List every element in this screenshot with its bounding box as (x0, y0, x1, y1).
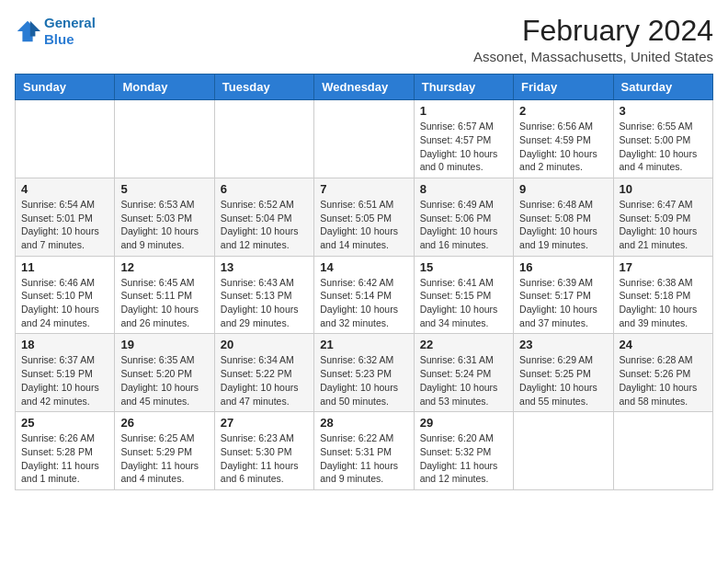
day-detail: Sunrise: 6:45 AM Sunset: 5:11 PM Dayligh… (120, 276, 208, 330)
day-number: 20 (221, 338, 308, 351)
header: General Blue February 2024 Assonet, Mass… (15, 15, 713, 64)
day-number: 10 (620, 182, 707, 196)
day-number: 13 (221, 260, 308, 274)
day-number: 6 (221, 182, 308, 196)
day-detail: Sunrise: 6:56 AM Sunset: 4:59 PM Dayligh… (519, 120, 607, 174)
day-detail: Sunrise: 6:39 AM Sunset: 5:17 PM Dayligh… (519, 276, 607, 330)
calendar-cell: 18Sunrise: 6:37 AM Sunset: 5:19 PM Dayli… (16, 334, 115, 412)
day-number: 8 (420, 182, 507, 196)
day-number: 29 (420, 416, 507, 430)
day-detail: Sunrise: 6:32 AM Sunset: 5:23 PM Dayligh… (320, 353, 407, 408)
calendar-cell: 19Sunrise: 6:35 AM Sunset: 5:20 PM Dayli… (115, 334, 214, 412)
day-number: 23 (519, 338, 607, 351)
calendar-cell: 5Sunrise: 6:53 AM Sunset: 5:03 PM Daylig… (115, 178, 214, 256)
logo-icon (15, 18, 40, 44)
calendar-cell: 9Sunrise: 6:48 AM Sunset: 5:08 PM Daylig… (514, 178, 613, 256)
calendar-cell: 23Sunrise: 6:29 AM Sunset: 5:25 PM Dayli… (514, 334, 613, 412)
day-number: 16 (519, 260, 607, 274)
calendar-week-row: 18Sunrise: 6:37 AM Sunset: 5:19 PM Dayli… (16, 334, 713, 412)
calendar-cell: 27Sunrise: 6:23 AM Sunset: 5:30 PM Dayli… (214, 412, 313, 490)
day-number: 21 (320, 338, 407, 351)
weekday-header: Tuesday (214, 75, 313, 100)
day-detail: Sunrise: 6:47 AM Sunset: 5:09 PM Dayligh… (620, 198, 707, 252)
calendar-cell: 3Sunrise: 6:55 AM Sunset: 5:00 PM Daylig… (613, 100, 712, 178)
day-detail: Sunrise: 6:48 AM Sunset: 5:08 PM Dayligh… (519, 198, 607, 252)
calendar-cell: 24Sunrise: 6:28 AM Sunset: 5:26 PM Dayli… (613, 334, 712, 412)
day-number: 1 (420, 104, 507, 118)
calendar-cell: 17Sunrise: 6:38 AM Sunset: 5:18 PM Dayli… (613, 256, 712, 334)
title-area: February 2024 Assonet, Massachusetts, Un… (473, 15, 713, 64)
day-detail: Sunrise: 6:43 AM Sunset: 5:13 PM Dayligh… (221, 276, 308, 330)
day-number: 19 (120, 338, 208, 351)
weekday-header: Saturday (613, 75, 712, 100)
day-detail: Sunrise: 6:25 AM Sunset: 5:29 PM Dayligh… (120, 431, 208, 486)
day-number: 5 (120, 182, 208, 196)
calendar-cell (214, 100, 313, 178)
day-detail: Sunrise: 6:51 AM Sunset: 5:05 PM Dayligh… (320, 198, 407, 252)
weekday-header: Monday (115, 75, 214, 100)
day-number: 3 (620, 104, 707, 118)
calendar-cell (613, 412, 712, 490)
page-subtitle: Assonet, Massachusetts, United States (473, 49, 713, 64)
calendar-cell: 12Sunrise: 6:45 AM Sunset: 5:11 PM Dayli… (115, 256, 214, 334)
calendar-week-row: 25Sunrise: 6:26 AM Sunset: 5:28 PM Dayli… (16, 412, 713, 490)
calendar-cell: 2Sunrise: 6:56 AM Sunset: 4:59 PM Daylig… (514, 100, 613, 178)
day-number: 28 (320, 416, 407, 430)
weekday-header: Wednesday (314, 75, 414, 100)
day-number: 9 (519, 182, 607, 196)
day-detail: Sunrise: 6:54 AM Sunset: 5:01 PM Dayligh… (21, 198, 108, 252)
calendar-week-row: 11Sunrise: 6:46 AM Sunset: 5:10 PM Dayli… (16, 256, 713, 334)
calendar-cell: 26Sunrise: 6:25 AM Sunset: 5:29 PM Dayli… (115, 412, 214, 490)
day-detail: Sunrise: 6:31 AM Sunset: 5:24 PM Dayligh… (420, 353, 507, 408)
calendar-cell: 20Sunrise: 6:34 AM Sunset: 5:22 PM Dayli… (214, 334, 313, 412)
day-detail: Sunrise: 6:26 AM Sunset: 5:28 PM Dayligh… (21, 431, 108, 486)
calendar-cell: 11Sunrise: 6:46 AM Sunset: 5:10 PM Dayli… (16, 256, 115, 334)
day-detail: Sunrise: 6:42 AM Sunset: 5:14 PM Dayligh… (320, 276, 407, 330)
day-detail: Sunrise: 6:28 AM Sunset: 5:26 PM Dayligh… (620, 353, 707, 408)
day-number: 15 (420, 260, 507, 274)
page-title: February 2024 (473, 15, 713, 47)
calendar-cell: 4Sunrise: 6:54 AM Sunset: 5:01 PM Daylig… (16, 178, 115, 256)
day-detail: Sunrise: 6:57 AM Sunset: 4:57 PM Dayligh… (420, 120, 507, 174)
calendar-cell: 14Sunrise: 6:42 AM Sunset: 5:14 PM Dayli… (314, 256, 414, 334)
calendar-cell (314, 100, 414, 178)
day-detail: Sunrise: 6:35 AM Sunset: 5:20 PM Dayligh… (120, 353, 208, 408)
day-number: 24 (620, 338, 707, 351)
day-number: 14 (320, 260, 407, 274)
day-number: 11 (21, 260, 108, 274)
logo-text: General Blue (44, 15, 96, 48)
day-detail: Sunrise: 6:55 AM Sunset: 5:00 PM Dayligh… (620, 120, 707, 174)
calendar-cell: 22Sunrise: 6:31 AM Sunset: 5:24 PM Dayli… (414, 334, 513, 412)
svg-marker-1 (30, 21, 40, 37)
calendar-cell: 21Sunrise: 6:32 AM Sunset: 5:23 PM Dayli… (314, 334, 414, 412)
calendar-cell (115, 100, 214, 178)
day-number: 4 (21, 182, 108, 196)
calendar-cell: 10Sunrise: 6:47 AM Sunset: 5:09 PM Dayli… (613, 178, 712, 256)
day-detail: Sunrise: 6:41 AM Sunset: 5:15 PM Dayligh… (420, 276, 507, 330)
calendar-week-row: 4Sunrise: 6:54 AM Sunset: 5:01 PM Daylig… (16, 178, 713, 256)
day-number: 12 (120, 260, 208, 274)
weekday-header: Friday (514, 75, 613, 100)
day-detail: Sunrise: 6:23 AM Sunset: 5:30 PM Dayligh… (221, 431, 308, 486)
day-number: 18 (21, 338, 108, 351)
calendar-week-row: 1Sunrise: 6:57 AM Sunset: 4:57 PM Daylig… (16, 100, 713, 178)
calendar-cell: 7Sunrise: 6:51 AM Sunset: 5:05 PM Daylig… (314, 178, 414, 256)
day-detail: Sunrise: 6:22 AM Sunset: 5:31 PM Dayligh… (320, 431, 407, 486)
calendar-cell: 8Sunrise: 6:49 AM Sunset: 5:06 PM Daylig… (414, 178, 513, 256)
calendar-cell: 28Sunrise: 6:22 AM Sunset: 5:31 PM Dayli… (314, 412, 414, 490)
calendar-header-row: SundayMondayTuesdayWednesdayThursdayFrid… (16, 75, 713, 100)
day-number: 26 (120, 416, 208, 430)
weekday-header: Thursday (414, 75, 513, 100)
calendar-cell: 29Sunrise: 6:20 AM Sunset: 5:32 PM Dayli… (414, 412, 513, 490)
logo: General Blue (15, 15, 96, 48)
day-detail: Sunrise: 6:46 AM Sunset: 5:10 PM Dayligh… (21, 276, 108, 330)
calendar-cell (16, 100, 115, 178)
calendar-cell: 1Sunrise: 6:57 AM Sunset: 4:57 PM Daylig… (414, 100, 513, 178)
day-number: 25 (21, 416, 108, 430)
calendar-cell: 13Sunrise: 6:43 AM Sunset: 5:13 PM Dayli… (214, 256, 313, 334)
day-detail: Sunrise: 6:53 AM Sunset: 5:03 PM Dayligh… (120, 198, 208, 252)
day-number: 7 (320, 182, 407, 196)
day-detail: Sunrise: 6:37 AM Sunset: 5:19 PM Dayligh… (21, 353, 108, 408)
day-detail: Sunrise: 6:49 AM Sunset: 5:06 PM Dayligh… (420, 198, 507, 252)
day-detail: Sunrise: 6:29 AM Sunset: 5:25 PM Dayligh… (519, 353, 607, 408)
